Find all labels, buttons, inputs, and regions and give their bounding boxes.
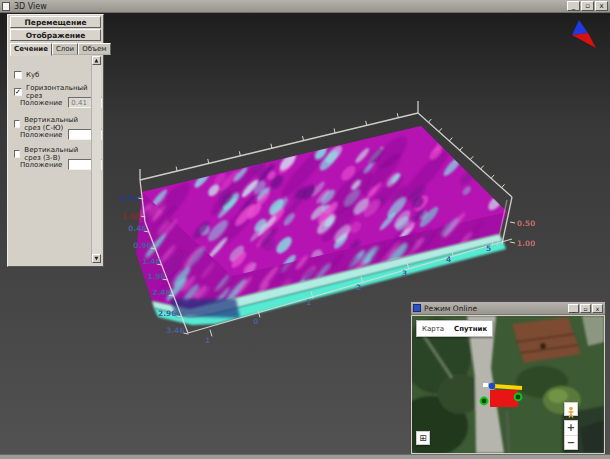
checkbox-0[interactable] bbox=[14, 71, 22, 79]
corner-marker bbox=[481, 398, 488, 405]
minimize-button[interactable]: _ bbox=[567, 1, 580, 11]
window-titlebar[interactable]: 3D View _ ▫ x bbox=[0, 0, 610, 13]
map-window-title: Режим Online bbox=[424, 304, 565, 313]
map-close-button[interactable]: x bbox=[592, 304, 603, 313]
position-label: Положение bbox=[20, 99, 62, 107]
window-border bbox=[0, 454, 610, 459]
svg-text:3.46: 3.46 bbox=[166, 326, 185, 335]
zoom-out-button[interactable]: − bbox=[565, 436, 577, 450]
application-window: { "window": { "title": "3D View" }, "ico… bbox=[0, 0, 610, 459]
scroll-up-button[interactable]: ▲ bbox=[92, 56, 101, 65]
app-icon bbox=[2, 2, 10, 11]
svg-text:4: 4 bbox=[446, 255, 451, 264]
position-row-4: Положение bbox=[20, 129, 91, 140]
svg-text:1.00: 1.00 bbox=[517, 239, 536, 248]
map-minimize-button[interactable]: _ bbox=[568, 304, 579, 313]
survey-area-overlay bbox=[490, 390, 518, 407]
map-layer-button[interactable]: Карта bbox=[417, 325, 449, 333]
map-zoom-control: + − bbox=[564, 420, 578, 450]
position-row-6: Положение bbox=[20, 159, 91, 170]
pegman-icon bbox=[565, 406, 577, 418]
close-button[interactable]: x bbox=[595, 1, 608, 11]
map-maximize-button[interactable]: ▫ bbox=[580, 304, 591, 313]
maximize-button[interactable]: ▫ bbox=[581, 1, 594, 11]
checkbox-row-0: Куб bbox=[14, 71, 91, 79]
online-map-window: Режим Online _ ▫ x bbox=[410, 301, 606, 455]
svg-text:2: 2 bbox=[356, 283, 361, 292]
section-tab-content: Куб✓Горизонтальный срезПоложениеВертикал… bbox=[10, 55, 91, 264]
map-type-switcher: Карта Спутник bbox=[416, 320, 493, 337]
svg-text:5: 5 bbox=[486, 244, 491, 253]
svg-text:0: 0 bbox=[253, 317, 258, 326]
svg-text:2.96: 2.96 bbox=[158, 309, 177, 318]
move-button[interactable]: Перемещение bbox=[10, 16, 101, 28]
svg-text:1.00: 1.00 bbox=[122, 212, 141, 221]
checkbox-5[interactable] bbox=[14, 150, 20, 158]
start-point-marker bbox=[489, 383, 495, 389]
map-canvas[interactable]: Карта Спутник + − ⊞ bbox=[412, 316, 604, 453]
panel-scrollbar[interactable]: ▲ ▼ bbox=[91, 56, 101, 263]
corner-marker bbox=[515, 394, 522, 401]
svg-text:0.50: 0.50 bbox=[517, 219, 536, 228]
svg-text:0.96: 0.96 bbox=[133, 241, 152, 250]
svg-text:1: 1 bbox=[205, 336, 210, 345]
map-window-titlebar[interactable]: Режим Online _ ▫ x bbox=[411, 302, 605, 315]
scroll-down-button[interactable]: ▼ bbox=[92, 254, 101, 263]
tab-volume[interactable]: Объем bbox=[78, 43, 110, 55]
position-label: Положение bbox=[20, 131, 62, 139]
position-row-2: Положение bbox=[20, 97, 91, 108]
svg-text:2.46: 2.46 bbox=[152, 288, 171, 297]
svg-text:1.46: 1.46 bbox=[142, 257, 161, 266]
svg-text:0.46: 0.46 bbox=[128, 224, 147, 233]
tool-panel: Перемещение Отображение СечениеСлоиОбъем… bbox=[7, 14, 104, 267]
map-window-icon bbox=[413, 304, 421, 312]
position-label: Положение bbox=[20, 161, 62, 169]
checkbox-1[interactable]: ✓ bbox=[14, 88, 22, 96]
svg-text:1: 1 bbox=[306, 298, 311, 307]
profile-line-overlay bbox=[493, 386, 522, 388]
window-title: 3D View bbox=[14, 0, 563, 13]
zoom-in-button[interactable]: + bbox=[565, 421, 577, 436]
streetview-button[interactable] bbox=[564, 402, 578, 416]
tab-layers[interactable]: Слои bbox=[52, 43, 78, 55]
display-button[interactable]: Отображение bbox=[10, 29, 101, 41]
checkbox-label: Куб bbox=[26, 71, 39, 79]
svg-text:0.50: 0.50 bbox=[119, 194, 138, 203]
svg-text:3: 3 bbox=[402, 269, 407, 278]
map-grid-button[interactable]: ⊞ bbox=[416, 431, 430, 445]
satellite-layer-button[interactable]: Спутник bbox=[449, 325, 492, 333]
checkbox-3[interactable] bbox=[14, 120, 20, 128]
svg-text:1.96: 1.96 bbox=[147, 272, 166, 281]
